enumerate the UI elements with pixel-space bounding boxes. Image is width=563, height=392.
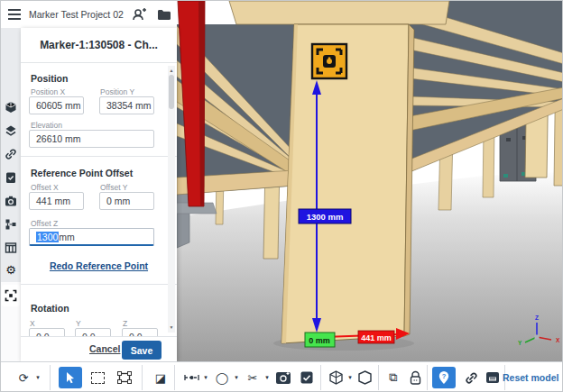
offset-y-input[interactable]: 0 mm: [99, 192, 154, 210]
cut-icon[interactable]: ✂: [243, 367, 263, 388]
marker-pin-icon[interactable]: ?: [432, 367, 456, 388]
marker-tag[interactable]: [312, 44, 346, 78]
bottom-toolbar: ⟳ ▾ ◪ ▾ ◯ ▾ ✂ ▾: [1, 361, 563, 392]
axis-z-label: Z: [535, 315, 539, 321]
contrast-icon[interactable]: ◪: [151, 367, 171, 388]
cancel-button[interactable]: Cancel: [89, 343, 120, 354]
offset-z-unit: mm: [59, 232, 75, 242]
select-cursor-icon[interactable]: [59, 367, 82, 388]
scene-3d: 1300 mm 441 mm 0 mm Z X: [177, 1, 563, 361]
measure-icon[interactable]: [181, 367, 201, 388]
measurement-base: 0 mm: [305, 333, 335, 347]
orbit-icon[interactable]: ⟳: [14, 367, 33, 388]
lock-icon[interactable]: [405, 367, 425, 388]
offset-z-selected-text: 1300: [36, 232, 59, 242]
box-select-icon[interactable]: [88, 367, 107, 388]
camera-icon[interactable]: [5, 195, 17, 207]
axis-x-label: X: [556, 337, 560, 343]
redo-reference-point-link[interactable]: Redo Reference Point: [21, 260, 177, 271]
cut-caret-icon[interactable]: ▾: [263, 367, 272, 388]
position-y-label: Position Y: [100, 87, 134, 96]
save-button[interactable]: Save: [122, 341, 162, 360]
cube-view-icon[interactable]: [326, 367, 346, 388]
position-x-label: Position X: [31, 87, 65, 96]
model-cube-icon[interactable]: [5, 101, 17, 114]
axis-y-label: Y: [518, 340, 522, 346]
project-title: Marker Test Project 02: [29, 9, 124, 20]
offset-x-label: Offset X: [31, 183, 59, 192]
clipboard-check-icon[interactable]: [5, 171, 17, 184]
snapshot-camera-icon[interactable]: [273, 367, 293, 388]
link-icon[interactable]: [5, 148, 17, 160]
layers-icon[interactable]: [5, 124, 17, 137]
settings-gear-icon[interactable]: ⚙: [5, 264, 17, 277]
cube-view-caret-icon[interactable]: ▾: [346, 367, 355, 388]
offset-x-input[interactable]: 441 mm: [29, 192, 84, 210]
top-bar: Marker Test Project 02: [1, 1, 177, 28]
orbit-caret-icon[interactable]: ▾: [33, 367, 42, 388]
offset-label: 441 mm: [361, 333, 392, 342]
rotation-z-label: Z: [123, 319, 127, 328]
app-window: 1300 mm 441 mm 0 mm Z X: [0, 0, 563, 392]
menu-icon[interactable]: [8, 9, 21, 20]
cube-solid-icon[interactable]: [355, 367, 374, 388]
rotation-x-label: X: [30, 319, 35, 328]
scroll-down-arrow[interactable]: ▼: [168, 324, 175, 330]
height-label: 1300 mm: [307, 212, 344, 222]
viewport-3d[interactable]: 1300 mm 441 mm 0 mm Z X: [177, 1, 563, 361]
elevation-label: Elevation: [31, 121, 62, 130]
marker-focus-icon[interactable]: [5, 289, 17, 302]
folder-icon[interactable]: [156, 6, 172, 23]
measure-caret-icon[interactable]: ▾: [201, 367, 210, 388]
top-beam: [229, 1, 449, 24]
rotation-y-label: Y: [76, 319, 81, 328]
marker-tag-icon[interactable]: [483, 367, 503, 388]
position-x-input[interactable]: 60605 mm: [29, 96, 84, 114]
panel-title: Marker-1:130508 - Ch...: [21, 39, 177, 51]
scroll-up-arrow[interactable]: ▲: [168, 68, 175, 73]
elevation-input[interactable]: 26610 mm: [29, 130, 154, 148]
toolbar-link-icon[interactable]: [461, 367, 481, 388]
position-section-header: Position: [31, 73, 68, 84]
table-columns-icon[interactable]: [5, 242, 17, 254]
rotation-section-header: Rotation: [31, 303, 69, 314]
panel-scrollbar-thumb[interactable]: [169, 75, 174, 109]
position-y-input[interactable]: 38354 mm: [99, 96, 154, 114]
offset-z-label: Offset Z: [31, 219, 58, 228]
svg-text:?: ?: [442, 372, 447, 380]
todo-clipboard-icon[interactable]: [297, 367, 317, 388]
offset-y-label: Offset Y: [100, 183, 127, 192]
ellipse-icon[interactable]: ◯: [212, 367, 232, 388]
marquee-select-icon[interactable]: [115, 367, 134, 388]
hierarchy-icon[interactable]: [5, 218, 17, 231]
offset-z-input[interactable]: 1300 mm: [29, 228, 154, 246]
overlay-images-icon[interactable]: ⧉: [383, 367, 403, 388]
add-user-icon[interactable]: [131, 6, 147, 23]
base-label: 0 mm: [309, 336, 330, 345]
ellipse-caret-icon[interactable]: ▾: [232, 367, 241, 388]
offset-section-header: Reference Point Offset: [31, 168, 133, 178]
panel-footer: Cancel Save: [21, 336, 177, 362]
marker-properties-panel: Marker-1:130508 - Ch... Position Positio…: [21, 28, 177, 361]
reset-model-button[interactable]: Reset model: [503, 372, 558, 383]
